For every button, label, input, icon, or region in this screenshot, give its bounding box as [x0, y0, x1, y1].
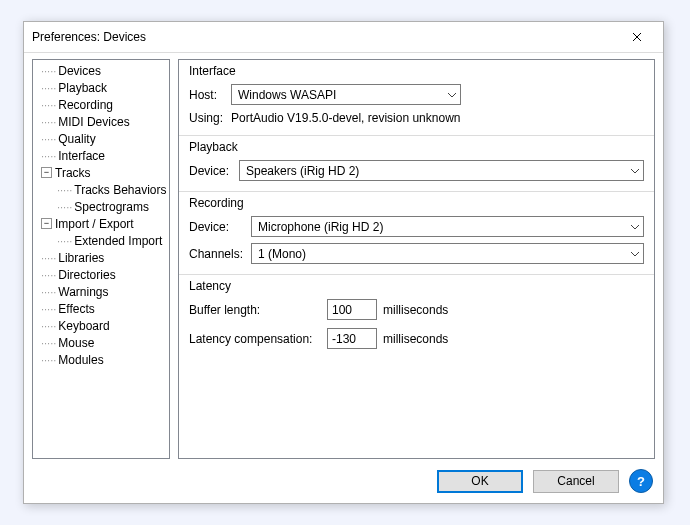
latency-compensation-unit: milliseconds — [383, 332, 448, 346]
group-title-playback: Playback — [189, 140, 644, 154]
using-value: PortAudio V19.5.0-devel, revision unknow… — [231, 111, 460, 125]
buffer-length-label: Buffer length: — [189, 303, 321, 317]
recording-device-select[interactable]: Microphone (iRig HD 2) — [251, 216, 644, 237]
close-icon — [632, 32, 642, 42]
playback-device-value: Speakers (iRig HD 2) — [246, 164, 359, 178]
tree-item-libraries[interactable]: ·····Libraries — [35, 249, 167, 266]
tree-item-warnings[interactable]: ·····Warnings — [35, 283, 167, 300]
tree-item-mouse[interactable]: ·····Mouse — [35, 334, 167, 351]
tree-item-recording[interactable]: ·····Recording — [35, 96, 167, 113]
category-tree[interactable]: ·····Devices ·····Playback ·····Recordin… — [32, 59, 170, 459]
group-recording: Recording Device: Microphone (iRig HD 2)… — [179, 192, 654, 275]
group-title-latency: Latency — [189, 279, 644, 293]
preferences-dialog: Preferences: Devices ·····Devices ·····P… — [23, 21, 664, 504]
window-title: Preferences: Devices — [32, 30, 146, 44]
tree-item-directories[interactable]: ·····Directories — [35, 266, 167, 283]
group-latency: Latency Buffer length: 100 milliseconds … — [179, 275, 654, 359]
recording-device-value: Microphone (iRig HD 2) — [258, 220, 383, 234]
host-select[interactable]: Windows WASAPI — [231, 84, 461, 105]
playback-device-select[interactable]: Speakers (iRig HD 2) — [239, 160, 644, 181]
host-value: Windows WASAPI — [238, 88, 336, 102]
tree-item-modules[interactable]: ·····Modules — [35, 351, 167, 368]
help-icon: ? — [637, 474, 645, 489]
group-interface: Interface Host: Windows WASAPI Using: Po… — [179, 60, 654, 136]
chevron-down-icon — [631, 165, 639, 176]
dialog-footer: OK Cancel ? — [24, 463, 663, 503]
recording-device-label: Device: — [189, 220, 245, 234]
playback-device-label: Device: — [189, 164, 233, 178]
tree-item-import-export[interactable]: − Import / Export — [35, 215, 167, 232]
chevron-down-icon — [631, 221, 639, 232]
host-label: Host: — [189, 88, 225, 102]
recording-channels-select[interactable]: 1 (Mono) — [251, 243, 644, 264]
close-button[interactable] — [619, 23, 655, 51]
latency-compensation-input[interactable]: -130 — [327, 328, 377, 349]
buffer-length-unit: milliseconds — [383, 303, 448, 317]
recording-channels-label: Channels: — [189, 247, 245, 261]
group-title-interface: Interface — [189, 64, 644, 78]
ok-button[interactable]: OK — [437, 470, 523, 493]
tree-item-effects[interactable]: ·····Effects — [35, 300, 167, 317]
tree-item-playback[interactable]: ·····Playback — [35, 79, 167, 96]
tree-item-tracks[interactable]: − Tracks — [35, 164, 167, 181]
settings-panel: Interface Host: Windows WASAPI Using: Po… — [178, 59, 655, 459]
recording-channels-value: 1 (Mono) — [258, 247, 306, 261]
tree-item-tracks-behaviors[interactable]: ·····Tracks Behaviors — [51, 181, 167, 198]
tree-item-interface[interactable]: ·····Interface — [35, 147, 167, 164]
minus-icon[interactable]: − — [41, 167, 52, 178]
chevron-down-icon — [448, 89, 456, 100]
tree-item-keyboard[interactable]: ·····Keyboard — [35, 317, 167, 334]
tree-item-midi-devices[interactable]: ·····MIDI Devices — [35, 113, 167, 130]
tree-item-quality[interactable]: ·····Quality — [35, 130, 167, 147]
latency-compensation-label: Latency compensation: — [189, 332, 321, 346]
titlebar: Preferences: Devices — [24, 22, 663, 53]
chevron-down-icon — [631, 248, 639, 259]
tree-item-extended-import[interactable]: ·····Extended Import — [51, 232, 167, 249]
tree-item-devices[interactable]: ·····Devices — [35, 62, 167, 79]
group-playback: Playback Device: Speakers (iRig HD 2) — [179, 136, 654, 192]
tree-item-spectrograms[interactable]: ·····Spectrograms — [51, 198, 167, 215]
group-title-recording: Recording — [189, 196, 644, 210]
cancel-button[interactable]: Cancel — [533, 470, 619, 493]
buffer-length-input[interactable]: 100 — [327, 299, 377, 320]
minus-icon[interactable]: − — [41, 218, 52, 229]
help-button[interactable]: ? — [629, 469, 653, 493]
using-label: Using: — [189, 111, 225, 125]
